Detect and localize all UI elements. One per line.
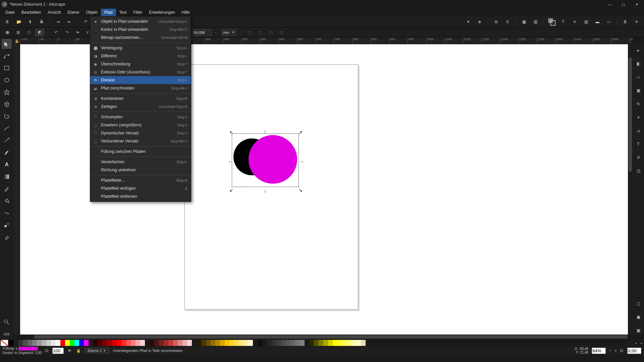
swatch[interactable] (220, 340, 225, 346)
menuitem-verbundener-versatz[interactable]: ◡Verbundener VersatzStrg+Alt+J (90, 137, 191, 145)
swatch[interactable] (178, 340, 182, 346)
pencil-tool[interactable] (2, 123, 12, 133)
close-button[interactable]: ✕ (631, 1, 643, 8)
swatch[interactable] (42, 340, 46, 346)
menu-pfad[interactable]: Pfad (101, 9, 116, 16)
unit-select[interactable]: mm▼ (221, 29, 236, 36)
spray-tool[interactable] (2, 220, 12, 230)
maximize-button[interactable]: ▢ (617, 1, 629, 8)
swatch[interactable] (361, 340, 366, 346)
swatch[interactable] (258, 340, 262, 346)
swatch[interactable] (37, 340, 42, 346)
menuitem-pfad-zerschneiden[interactable]: ◒Pfad zerschneidenStrg+Alt+/ (90, 84, 191, 92)
h-input[interactable] (192, 29, 212, 36)
print-button[interactable]: 🖶 (37, 17, 46, 26)
menuitem-pfadeffekt-entfernen[interactable]: Pfadeffekt entfernen (90, 192, 191, 200)
zoom-dec[interactable]: − (609, 349, 611, 353)
swatch[interactable] (32, 340, 37, 346)
visibility-icon[interactable]: 👁 (67, 349, 72, 353)
spiral-tool[interactable] (2, 111, 12, 121)
swatch[interactable] (211, 340, 215, 346)
menu-text[interactable]: Text (116, 9, 130, 16)
selector-tool[interactable] (2, 39, 12, 49)
swatch[interactable] (342, 340, 347, 346)
swatch[interactable] (168, 340, 173, 346)
swatch[interactable] (159, 340, 164, 346)
zoom-tool[interactable] (2, 317, 12, 327)
menu-filter[interactable]: Filter (130, 9, 146, 16)
swatch[interactable] (84, 340, 89, 346)
open-button[interactable]: 📂 (14, 17, 23, 26)
swatch[interactable] (131, 340, 136, 346)
ruler-corner-icon[interactable] (13, 38, 20, 44)
transform-button[interactable]: ▭ (604, 17, 613, 26)
menuitem-division[interactable]: ◓DivisionStrg+/ (90, 76, 191, 84)
swatch[interactable] (262, 340, 267, 346)
swatch[interactable] (206, 340, 211, 346)
dock-swatches-icon[interactable]: ▦ (634, 86, 642, 95)
swatch[interactable] (267, 340, 272, 346)
vertical-ruler[interactable] (13, 44, 20, 335)
swatch[interactable] (28, 340, 32, 346)
save-button[interactable]: ⬇ (25, 17, 35, 26)
menuitem-bitmap-nachzeichnen-[interactable]: Bitmap nachzeichnen…Umschalt+Alt+B (90, 34, 191, 42)
swatch[interactable] (309, 340, 314, 346)
flip-h-icon[interactable]: ⇋ (73, 28, 82, 37)
swatch[interactable] (103, 340, 107, 346)
node-tool[interactable] (2, 51, 12, 61)
dock-xml-icon[interactable]: ◳ (634, 167, 642, 175)
swatch[interactable] (248, 340, 253, 346)
zoom-inc[interactable]: + (615, 349, 617, 353)
prefs-button[interactable]: ✶ (632, 17, 641, 26)
swatch[interactable] (347, 340, 352, 346)
swatch[interactable] (276, 340, 281, 346)
affect-2-icon[interactable]: ⬚ (255, 28, 265, 37)
swatch[interactable] (98, 340, 103, 346)
swatch[interactable] (117, 340, 121, 346)
layer-select[interactable]: -Ebene 1▼ (85, 348, 110, 353)
select-all-layers-icon[interactable]: ▦ (3, 28, 12, 37)
affect-1-icon[interactable]: ⬚ (245, 28, 254, 37)
dock-align-icon[interactable]: ≡ (634, 113, 642, 121)
dock-snap1-icon[interactable]: ▢ (634, 300, 642, 308)
swatch[interactable] (319, 340, 323, 346)
tweak-tool[interactable] (2, 208, 12, 218)
rect-tool[interactable] (2, 63, 12, 73)
swatch[interactable] (51, 340, 56, 346)
star-tool[interactable] (2, 87, 12, 97)
swatch[interactable] (154, 340, 159, 346)
swatch[interactable] (281, 340, 286, 346)
fillstroke-button[interactable] (547, 17, 556, 26)
menuitem-pfadeffekt-einf-gen[interactable]: Pfadeffekt einfügen& (90, 184, 191, 192)
swatch[interactable] (140, 340, 145, 346)
menuitem-pfadeffekte-[interactable]: Pfadeffekte…Strg+& (90, 176, 191, 184)
dock-text-icon[interactable]: T (634, 140, 642, 148)
menuitem-dynamischer-versatz[interactable]: ◠Dynamischer VersatzStrg+J (90, 129, 191, 137)
handle-w[interactable]: ← (228, 159, 231, 162)
gradient-tool[interactable] (2, 172, 12, 182)
lock-layer-icon[interactable]: 🔒 (76, 349, 81, 353)
swatch[interactable] (150, 340, 154, 346)
align-button[interactable]: ▤ (581, 17, 591, 26)
import-button[interactable]: ⇥ (53, 17, 63, 26)
zoom-input[interactable] (592, 348, 606, 354)
dock-layers-icon[interactable]: ▭ (634, 73, 642, 81)
menu-bearbeiten[interactable]: Bearbeiten (18, 9, 44, 16)
menuitem-zerlegen[interactable]: ⊘ZerlegenUmschalt+Strg+K (90, 103, 191, 111)
menu-objekt[interactable]: Objekt (83, 9, 101, 16)
swatch[interactable] (290, 340, 295, 346)
swatch[interactable] (107, 340, 112, 346)
clone-button[interactable]: ⎘ (503, 17, 512, 26)
menuitem-f-llung-zwischen-pfaden[interactable]: Füllung zwischen Pfaden (90, 147, 191, 156)
dock-snapgrid-icon[interactable]: ▦ (634, 326, 642, 335)
affect-4-icon[interactable]: ⬚ (277, 28, 286, 37)
snap2-button[interactable]: ※ (475, 17, 484, 26)
layers-button[interactable]: ▬ (593, 17, 602, 26)
swatch[interactable] (121, 340, 126, 346)
menu-datei[interactable]: Datei (2, 9, 18, 16)
menuitem-kombinieren[interactable]: ⊕KombinierenStrg+K (90, 95, 191, 103)
swatch[interactable] (56, 340, 60, 346)
swatch[interactable] (136, 340, 140, 346)
menuitem-erweitern-vergr-ern-[interactable]: ◡Erweitern (vergrößern)Strg+) (90, 121, 191, 129)
swatch[interactable] (23, 340, 28, 346)
